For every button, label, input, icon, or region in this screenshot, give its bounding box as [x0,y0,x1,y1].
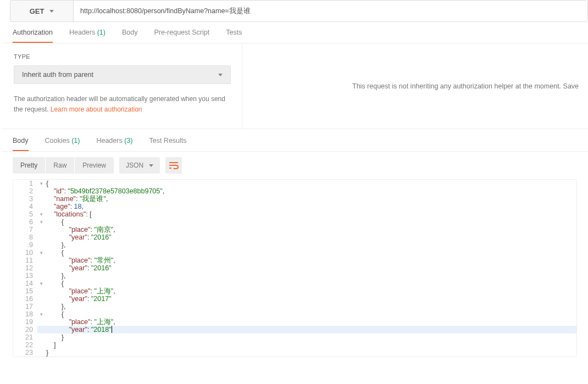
resp-tab-headers[interactable]: Headers (3) [96,137,132,151]
resp-cookies-count: (1) [71,137,80,144]
resp-headers-label: Headers [96,137,122,144]
format-value: JSON [126,162,143,169]
chevron-down-icon [49,10,54,13]
chevron-down-icon [149,164,153,167]
resp-cookies-label: Cookies [45,137,70,144]
resp-headers-count: (3) [124,137,132,144]
http-method-select[interactable]: GET [10,1,74,21]
view-mode-group: Pretty Raw Preview [13,157,114,174]
view-preview-button[interactable]: Preview [75,157,114,174]
http-method-value: GET [30,7,45,15]
authorization-pane: TYPE Inherit auth from parent The author… [2,43,588,129]
auth-description: The authorization header will be automat… [14,94,230,114]
resp-tab-body[interactable]: Body [13,137,29,151]
request-tabs: Authorization Headers (1) Body Pre-reque… [2,22,588,43]
tab-body[interactable]: Body [122,29,138,43]
url-input[interactable]: http://localhost:8080/person/findByName?… [74,1,587,21]
view-raw-button[interactable]: Raw [46,157,74,174]
response-body-viewer[interactable]: 1▾{ 2 "id": "5b49bf2378e57803e8bb9705", … [13,179,577,357]
response-toolbar: Pretty Raw Preview JSON [2,152,588,177]
auth-type-label: TYPE [14,53,230,60]
view-pretty-button[interactable]: Pretty [13,157,45,174]
resp-tab-cookies[interactable]: Cookies (1) [45,137,80,151]
auth-right-message: This request is not inheriting any autho… [242,43,588,129]
format-select[interactable]: JSON [119,157,160,174]
tab-tests[interactable]: Tests [226,29,242,43]
tab-headers-count: (1) [97,29,106,36]
tab-prerequest[interactable]: Pre-request Script [154,29,209,43]
chevron-down-icon [218,74,223,76]
resp-tab-test-results[interactable]: Test Results [149,137,186,151]
auth-type-value: Inherit auth from parent [22,71,93,79]
tab-headers-label: Headers [69,29,95,36]
url-value: http://localhost:8080/person/findByName?… [80,7,251,16]
response-tabs: Body Cookies (1) Headers (3) Test Result… [2,129,588,152]
tab-authorization[interactable]: Authorization [13,29,53,43]
auth-type-select[interactable]: Inherit auth from parent [14,65,231,84]
auth-left: TYPE Inherit auth from parent The author… [2,43,242,129]
tab-headers[interactable]: Headers (1) [69,29,106,43]
request-bar: GET http://localhost:8080/person/findByN… [10,0,588,22]
learn-more-link[interactable]: Learn more about authorization [51,105,142,113]
wrap-icon [169,162,179,169]
wrap-lines-button[interactable] [165,157,182,174]
